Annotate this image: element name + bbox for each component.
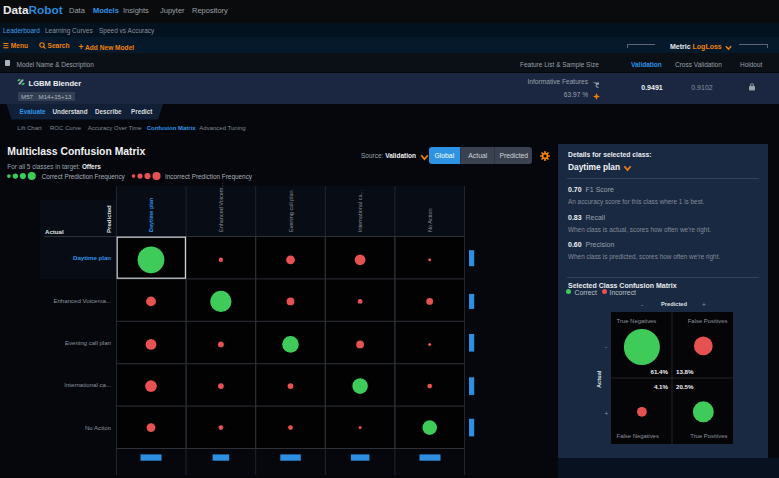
svg-text:Enhanced Voicema...: Enhanced Voicema... bbox=[53, 297, 111, 304]
svg-text:20.5%: 20.5% bbox=[676, 383, 694, 390]
svg-text:Evening call plan: Evening call plan bbox=[288, 190, 294, 232]
svg-text:4.1%: 4.1% bbox=[654, 383, 669, 390]
svg-text:13.8%: 13.8% bbox=[676, 368, 694, 375]
svg-text:Predicted: Predicted bbox=[105, 205, 112, 233]
svg-text:True Negatives: True Negatives bbox=[617, 318, 657, 324]
svg-text:False Positives: False Positives bbox=[688, 318, 728, 324]
svg-text:False Negatives: False Negatives bbox=[617, 433, 659, 439]
svg-text:Enhanced Voicem...: Enhanced Voicem... bbox=[218, 183, 224, 232]
svg-text:61.4%: 61.4% bbox=[651, 368, 669, 375]
svg-text:No Action: No Action bbox=[85, 424, 111, 431]
svg-text:Actual: Actual bbox=[45, 228, 64, 235]
svg-text:International ca...: International ca... bbox=[64, 381, 111, 388]
svg-text:Daytime plan: Daytime plan bbox=[73, 254, 111, 261]
svg-text:Evening call plan: Evening call plan bbox=[65, 339, 111, 346]
svg-text:Daytime plan: Daytime plan bbox=[148, 197, 154, 232]
svg-text:No Action: No Action bbox=[427, 208, 433, 232]
svg-text:True Positives: True Positives bbox=[691, 433, 728, 439]
svg-text:International ca...: International ca... bbox=[357, 189, 363, 232]
